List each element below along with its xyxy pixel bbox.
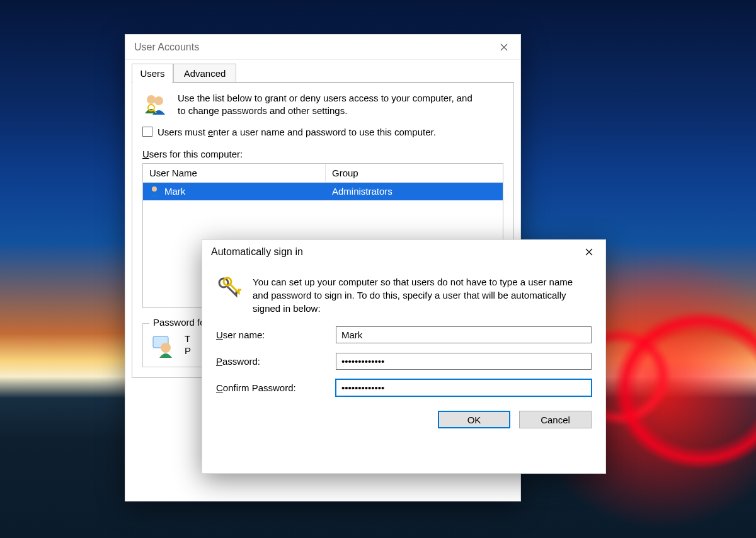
svg-point-6 <box>161 343 171 353</box>
auto-signin-titlebar[interactable]: Automatically sign in <box>202 240 605 264</box>
require-password-label: Users must enter a user name and passwor… <box>158 127 436 137</box>
tab-advanced[interactable]: Advanced <box>173 64 236 83</box>
auto-signin-form: User name: Password: Confirm Password: <box>202 315 605 401</box>
password-input[interactable] <box>336 353 592 370</box>
label-username: User name: <box>216 329 336 340</box>
cancel-button[interactable]: Cancel <box>519 411 592 428</box>
password-group-legend: Password fo <box>149 317 209 328</box>
col-user-name[interactable]: User Name <box>143 164 326 182</box>
auto-signin-dialog: Automatically sign in You can set up you… <box>202 239 606 474</box>
table-row[interactable]: Mark Administrators <box>143 183 503 200</box>
tabstrip: Users Advanced <box>132 64 514 83</box>
close-button[interactable] <box>488 35 520 60</box>
ok-button[interactable]: OK <box>438 411 510 428</box>
user-row-icon <box>148 185 161 198</box>
user-accounts-titlebar[interactable]: User Accounts <box>125 35 520 60</box>
auto-signin-description: You can set up your computer so that use… <box>253 275 580 315</box>
users-description: Use the list below to grant or deny user… <box>178 92 474 118</box>
users-list-label: Users for this computer: <box>142 149 503 159</box>
users-table-header: User Name Group <box>143 164 503 183</box>
auto-signin-buttons: OK Cancel <box>202 401 605 428</box>
user-accounts-title: User Accounts <box>134 42 199 53</box>
label-password: Password: <box>216 356 336 367</box>
password-group-text: T P <box>185 333 191 357</box>
close-button[interactable] <box>573 239 605 265</box>
svg-point-0 <box>147 95 156 104</box>
tab-users[interactable]: Users <box>132 64 173 83</box>
user-avatar-icon <box>151 333 176 358</box>
auto-signin-title: Automatically sign in <box>211 246 303 258</box>
users-icon <box>142 92 168 117</box>
username-input[interactable] <box>336 326 592 343</box>
col-group[interactable]: Group <box>326 164 503 182</box>
desktop-background: User Accounts Users Advanced Use the lis… <box>0 0 756 538</box>
confirm-password-input[interactable] <box>336 379 592 396</box>
close-icon <box>500 43 508 51</box>
require-password-checkbox-row[interactable]: Users must enter a user name and passwor… <box>142 127 503 137</box>
svg-point-4 <box>152 186 157 192</box>
row-user-name: Mark <box>164 186 185 197</box>
checkbox-icon[interactable] <box>142 127 152 137</box>
label-confirm-password: Confirm Password: <box>216 382 336 393</box>
close-icon <box>585 248 593 256</box>
row-group: Administrators <box>326 186 503 197</box>
keys-icon <box>216 275 241 300</box>
svg-point-1 <box>154 96 163 105</box>
